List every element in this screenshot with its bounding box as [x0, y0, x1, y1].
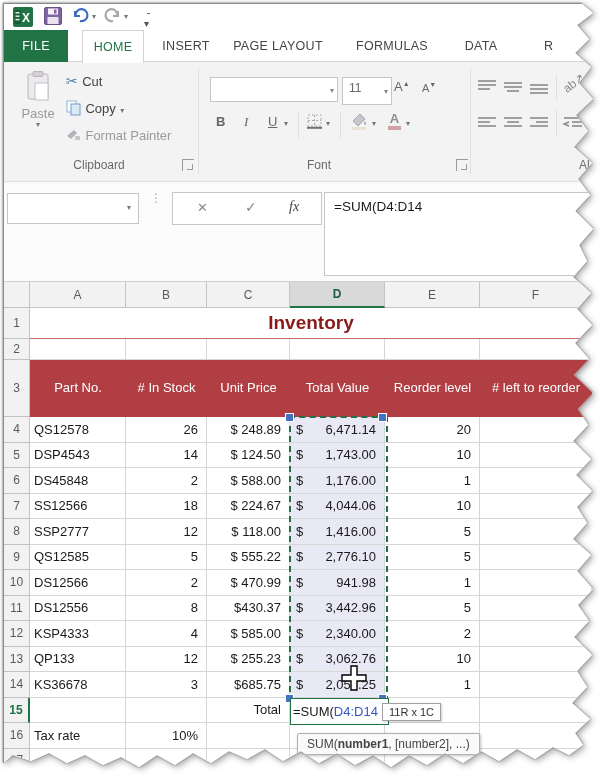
cell-C9[interactable]: $ 555.22 [207, 545, 290, 571]
paste-button[interactable]: Paste ▾ [16, 70, 60, 154]
cell-C10[interactable]: $ 470.99 [207, 570, 290, 596]
col-header-C[interactable]: C [207, 282, 290, 308]
cell-B16-tax-value[interactable]: 10% [126, 723, 207, 749]
name-box[interactable]: ▾ [7, 193, 139, 224]
cell-B6[interactable]: 2 [126, 468, 207, 494]
underline-button[interactable]: U [268, 114, 277, 129]
cell-B8[interactable]: 12 [126, 519, 207, 545]
cell-B17[interactable] [126, 749, 207, 772]
cell-A7[interactable]: SS12566 [30, 494, 126, 520]
tab-home[interactable]: HOME [82, 30, 144, 63]
cell-A15[interactable] [30, 698, 126, 724]
cell-A10[interactable]: DS12566 [30, 570, 126, 596]
redo-icon[interactable] [104, 7, 121, 23]
cell-D14[interactable]: $2,057.25 [290, 672, 385, 698]
row-header-10[interactable]: 10 [4, 570, 30, 596]
row-header-3[interactable]: 3 [4, 360, 30, 417]
cell-D2[interactable] [290, 339, 385, 360]
cell-B15[interactable] [126, 698, 207, 724]
cell-E11[interactable]: 5 [385, 596, 480, 622]
tab-file[interactable]: FILE [4, 30, 68, 62]
cell-E4[interactable]: 20 [385, 417, 480, 443]
font-dialog-launcher-icon[interactable] [456, 159, 468, 171]
table-header-A3[interactable]: Part No. [30, 360, 126, 417]
col-header-A[interactable]: A [30, 282, 126, 308]
cell-C5[interactable]: $ 124.50 [207, 443, 290, 469]
cell-A13[interactable]: QP133 [30, 647, 126, 673]
cell-B2[interactable] [126, 339, 207, 360]
cancel-icon[interactable]: ✕ [197, 200, 208, 215]
formula-input[interactable]: =SUM(D4:D14 [324, 192, 594, 276]
font-name-combo[interactable]: ▾ [210, 77, 338, 102]
cell-A17[interactable] [30, 749, 126, 772]
row-header-5[interactable]: 5 [4, 443, 30, 469]
cell-E6[interactable]: 1 [385, 468, 480, 494]
row-header-1[interactable]: 1 [4, 308, 30, 339]
cell-C2[interactable] [207, 339, 290, 360]
row-header-11[interactable]: 11 [4, 596, 30, 622]
cell-A5[interactable]: DSP4543 [30, 443, 126, 469]
cell-F7[interactable] [480, 494, 592, 520]
cell-A14[interactable]: KS36678 [30, 672, 126, 698]
align-left-icon[interactable] [476, 114, 498, 130]
row-header-7[interactable]: 7 [4, 494, 30, 520]
col-header-F[interactable]: F [480, 282, 592, 308]
cell-C13[interactable]: $ 255.23 [207, 647, 290, 673]
row-header-14[interactable]: 14 [4, 672, 30, 698]
cell-D5[interactable]: $1,743.00 [290, 443, 385, 469]
cell-D8[interactable]: $1,416.00 [290, 519, 385, 545]
cell-E5[interactable]: 10 [385, 443, 480, 469]
align-center-icon[interactable] [502, 114, 524, 130]
cell-F6[interactable] [480, 468, 592, 494]
cell-C6[interactable]: $ 588.00 [207, 468, 290, 494]
cell-C8[interactable]: $ 118.00 [207, 519, 290, 545]
name-box-dropdown-icon[interactable]: ▾ [127, 204, 131, 212]
cell-A2[interactable] [30, 339, 126, 360]
cell-A11[interactable]: DS12556 [30, 596, 126, 622]
cut-button[interactable]: ✂ Cut [66, 72, 102, 90]
decrease-indent-icon[interactable] [562, 114, 584, 130]
copy-dropdown-icon[interactable]: ▾ [120, 106, 124, 115]
undo-dropdown-icon[interactable]: ▾ [92, 13, 96, 21]
cell-B7[interactable]: 18 [126, 494, 207, 520]
copy-button[interactable]: Copy ▾ [66, 99, 124, 117]
fill-color-dropdown-icon[interactable]: ▾ [372, 120, 376, 128]
cell-A12[interactable]: KSP4333 [30, 621, 126, 647]
cell-F15[interactable] [480, 698, 592, 724]
cell-F13[interactable] [480, 647, 592, 673]
cell-C11[interactable]: $430.37 [207, 596, 290, 622]
table-header-F3[interactable]: # left to reorder [480, 360, 592, 417]
name-box-splitter[interactable]: ⋮ [150, 195, 162, 202]
bold-button[interactable]: B [216, 114, 225, 129]
cell-A16-tax-label[interactable]: Tax rate [30, 723, 126, 749]
tab-formulas[interactable]: FORMULAS [348, 30, 436, 62]
cell-F8[interactable] [480, 519, 592, 545]
cell-B11[interactable]: 8 [126, 596, 207, 622]
cell-C7[interactable]: $ 224.67 [207, 494, 290, 520]
cell-F10[interactable] [480, 570, 592, 596]
cell-F11[interactable] [480, 596, 592, 622]
font-size-combo[interactable]: 11 ▾ [342, 77, 392, 105]
cell-E13[interactable]: 10 [385, 647, 480, 673]
cell-D11[interactable]: $3,442.96 [290, 596, 385, 622]
cell-B12[interactable]: 4 [126, 621, 207, 647]
cell-C14[interactable]: $685.75 [207, 672, 290, 698]
cell-F5[interactable] [480, 443, 592, 469]
cell-C4[interactable]: $ 248.89 [207, 417, 290, 443]
row-header-6[interactable]: 6 [4, 468, 30, 494]
row-header-15[interactable]: 15 [4, 698, 30, 724]
cell-B10[interactable]: 2 [126, 570, 207, 596]
row-header-17[interactable]: 17 [4, 749, 30, 772]
insert-function-icon[interactable]: fx [289, 199, 299, 215]
cell-C17[interactable] [207, 749, 290, 772]
font-name-dropdown-icon[interactable]: ▾ [330, 85, 334, 94]
cell-E2[interactable] [385, 339, 480, 360]
cell-D12[interactable]: $2,340.00 [290, 621, 385, 647]
orientation-icon[interactable]: ab↗ [560, 70, 587, 95]
align-middle-icon[interactable] [502, 78, 524, 94]
cell-E7[interactable]: 10 [385, 494, 480, 520]
cell-C16[interactable] [207, 723, 290, 749]
fill-color-icon[interactable] [349, 112, 369, 130]
row-header-16[interactable]: 16 [4, 723, 30, 749]
cell-F17[interactable] [480, 749, 592, 772]
